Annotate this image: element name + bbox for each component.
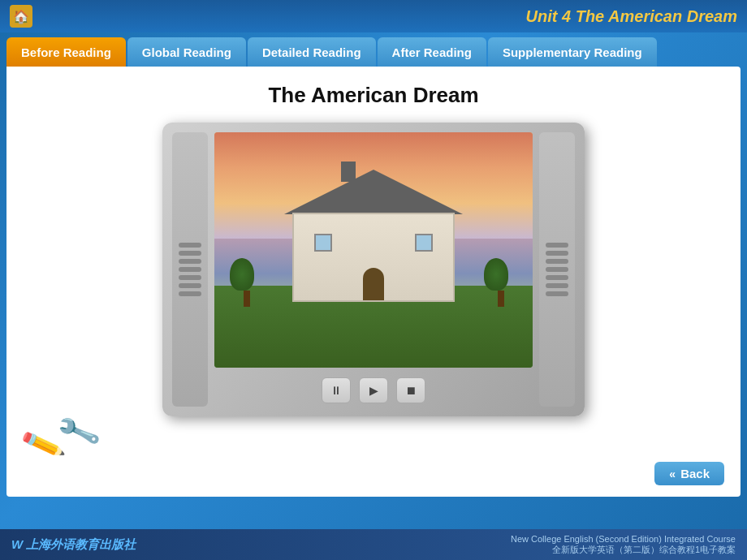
speaker-dot bbox=[179, 259, 201, 264]
main-content: The American Dream bbox=[6, 67, 741, 497]
house-chimney bbox=[341, 162, 356, 182]
speaker-dot bbox=[546, 267, 568, 272]
tree-trunk-right bbox=[498, 291, 504, 307]
speaker-dot bbox=[179, 283, 201, 288]
house-window-right bbox=[415, 234, 433, 252]
speaker-dot bbox=[546, 251, 568, 256]
speaker-dot bbox=[179, 243, 201, 248]
footer: W 上海外语教育出版社 New College English (Second … bbox=[0, 529, 747, 560]
header: 🏠 Unit 4 The American Dream bbox=[0, 0, 747, 32]
video-screen bbox=[214, 132, 533, 368]
tab-before-reading[interactable]: Before Reading bbox=[6, 37, 126, 67]
house-body bbox=[292, 213, 455, 302]
play-button[interactable]: ▶ bbox=[359, 377, 388, 403]
unit-title: Unit 4 The American Dream bbox=[526, 7, 737, 26]
home-icon: 🏠 bbox=[13, 9, 29, 24]
tree-top-right bbox=[484, 258, 508, 291]
tab-supplementary-reading[interactable]: Supplementary Reading bbox=[488, 37, 657, 67]
footer-text-line2: 全新版大学英语（第二版）综合教程1电子教案 bbox=[511, 544, 736, 556]
content-title: The American Dream bbox=[23, 83, 724, 108]
house-window-left bbox=[314, 234, 332, 252]
tv-container: ⏸ ▶ ⏹ bbox=[146, 123, 601, 416]
speaker-dot bbox=[546, 243, 568, 248]
speaker-dot bbox=[546, 275, 568, 280]
speaker-dot bbox=[546, 283, 568, 288]
pause-button[interactable]: ⏸ bbox=[322, 377, 351, 403]
back-label: Back bbox=[680, 467, 710, 480]
back-button[interactable]: « Back bbox=[654, 462, 724, 485]
nav-tabs: Before Reading Global Reading Detailed R… bbox=[0, 32, 747, 67]
house bbox=[284, 172, 463, 302]
left-speaker bbox=[172, 132, 208, 407]
speaker-dot bbox=[546, 259, 568, 264]
tree-top-left bbox=[230, 258, 254, 291]
tab-after-reading[interactable]: After Reading bbox=[378, 37, 486, 67]
footer-text: New College English (Second Edition) Int… bbox=[511, 534, 736, 556]
house-roof bbox=[284, 170, 463, 214]
tree-right bbox=[493, 258, 508, 307]
stop-button[interactable]: ⏹ bbox=[396, 377, 425, 403]
tab-global-reading[interactable]: Global Reading bbox=[127, 37, 246, 67]
speaker-dot bbox=[546, 291, 568, 296]
tree-left bbox=[239, 258, 254, 307]
chevron-left-icon: « bbox=[669, 467, 676, 480]
speaker-dot bbox=[179, 251, 201, 256]
footer-text-line1: New College English (Second Edition) Int… bbox=[511, 534, 736, 544]
home-button[interactable]: 🏠 bbox=[10, 5, 32, 28]
speaker-dot bbox=[179, 267, 201, 272]
house-door bbox=[363, 268, 384, 300]
speaker-dot bbox=[179, 291, 201, 296]
screen-area: ⏸ ▶ ⏹ bbox=[214, 132, 533, 407]
tv-body: ⏸ ▶ ⏹ bbox=[162, 123, 585, 416]
tab-detailed-reading[interactable]: Detailed Reading bbox=[248, 37, 376, 67]
pencil-icon: ✏️🔧 bbox=[19, 408, 102, 467]
footer-logo: W 上海外语教育出版社 bbox=[11, 537, 136, 553]
right-speaker bbox=[539, 132, 575, 407]
speaker-dot bbox=[179, 275, 201, 280]
tree-trunk-left bbox=[244, 291, 250, 307]
video-controls: ⏸ ▶ ⏹ bbox=[214, 377, 533, 407]
